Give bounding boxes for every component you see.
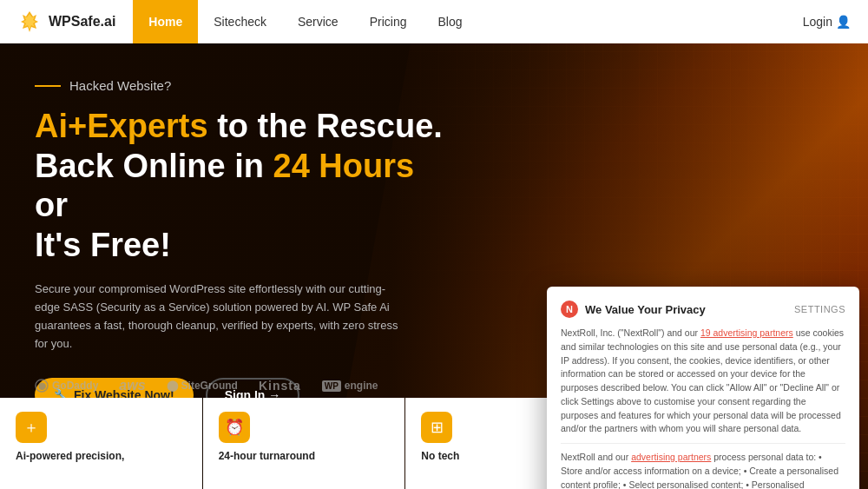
svg-text:⬤: ⬤ bbox=[38, 382, 46, 390]
privacy-text-1: NextRoll, Inc. ("NextRoll") and our 19 a… bbox=[561, 327, 845, 436]
headline-line1: Ai+Experts to the Rescue. bbox=[35, 107, 451, 147]
navbar-right: Login 👤 bbox=[803, 15, 868, 29]
headline-yellow: Ai+Experts bbox=[35, 108, 208, 144]
headline-line2: Back Online in 24 Hours or bbox=[35, 147, 451, 226]
headline-bold: Free! bbox=[90, 227, 171, 263]
feature-icon-ai: ＋ bbox=[16, 412, 47, 443]
login-icon: 👤 bbox=[836, 15, 851, 29]
feature-icon-grid: ⊞ bbox=[421, 412, 452, 443]
privacy-settings-link[interactable]: SETTINGS bbox=[794, 304, 845, 314]
feature-icon-clock: ⏰ bbox=[219, 412, 250, 443]
feature-card-1: ⏰ 24-hour turnaround bbox=[203, 398, 405, 489]
privacy-divider-1 bbox=[561, 443, 845, 444]
feature-title-0: Ai-powered precision, bbox=[16, 450, 124, 462]
privacy-header: N We Value Your Privacy SETTINGS bbox=[561, 301, 845, 318]
godaddy-logo: ⬤ GoDaddy bbox=[35, 379, 98, 393]
headline-orange: 24 Hours bbox=[273, 148, 415, 184]
logo-icon bbox=[17, 10, 42, 34]
advertising-partners-link-1[interactable]: 19 advertising partners bbox=[700, 327, 793, 338]
advertising-partners-link-2[interactable]: advertising partners bbox=[631, 452, 711, 462]
hero-subtext: Secure your compromised WordPress site e… bbox=[35, 281, 399, 353]
headline-start3: It's bbox=[35, 227, 90, 263]
headline-rest1: to the Rescue. bbox=[208, 108, 443, 144]
kinsta-logo: Kinsta bbox=[259, 379, 301, 393]
headline-line3: It's Free! bbox=[35, 226, 451, 266]
main-nav: Home Sitecheck Service Pricing Blog bbox=[133, 0, 477, 43]
logo-text: WPSafe.ai bbox=[49, 14, 115, 30]
hero-headline: Ai+Experts to the Rescue. Back Online in… bbox=[35, 107, 451, 265]
nav-home[interactable]: Home bbox=[133, 0, 198, 43]
feature-title-2: No tech bbox=[421, 450, 459, 462]
wpengine-logo: WP engine bbox=[322, 380, 378, 392]
navbar: WPSafe.ai Home Sitecheck Service Pricing… bbox=[0, 0, 868, 43]
logo[interactable]: WPSafe.ai bbox=[0, 10, 133, 34]
login-button[interactable]: Login 👤 bbox=[803, 15, 851, 29]
privacy-text-2: NextRoll and our advertising partners pr… bbox=[561, 451, 845, 489]
privacy-title-row: N We Value Your Privacy bbox=[561, 301, 706, 318]
feature-cards: ＋ Ai-powered precision, ⏰ 24-hour turnar… bbox=[0, 398, 608, 489]
nav-blog[interactable]: Blog bbox=[422, 0, 477, 43]
feature-card-0: ＋ Ai-powered precision, bbox=[0, 398, 202, 489]
hacked-line bbox=[35, 85, 61, 87]
nav-service[interactable]: Service bbox=[282, 0, 354, 43]
nav-pricing[interactable]: Pricing bbox=[354, 0, 423, 43]
feature-title-1: 24-hour turnaround bbox=[219, 450, 315, 462]
aws-logo: aws bbox=[119, 378, 145, 393]
privacy-title: We Value Your Privacy bbox=[585, 303, 706, 316]
siteground-logo: ⬤ SiteGround bbox=[167, 380, 238, 392]
headline-end2: or bbox=[35, 187, 68, 223]
partner-logos: ⬤ GoDaddy aws ⬤ SiteGround Kinsta WP eng… bbox=[35, 378, 378, 393]
nav-sitecheck[interactable]: Sitecheck bbox=[198, 0, 282, 43]
privacy-brand-icon: N bbox=[561, 301, 578, 318]
hacked-label-row: Hacked Website? bbox=[35, 78, 451, 93]
headline-start2: Back Online in bbox=[35, 148, 273, 184]
privacy-modal: N We Value Your Privacy SETTINGS NextRol… bbox=[547, 287, 859, 489]
hacked-text: Hacked Website? bbox=[69, 78, 171, 93]
godaddy-icon: ⬤ bbox=[35, 379, 49, 393]
